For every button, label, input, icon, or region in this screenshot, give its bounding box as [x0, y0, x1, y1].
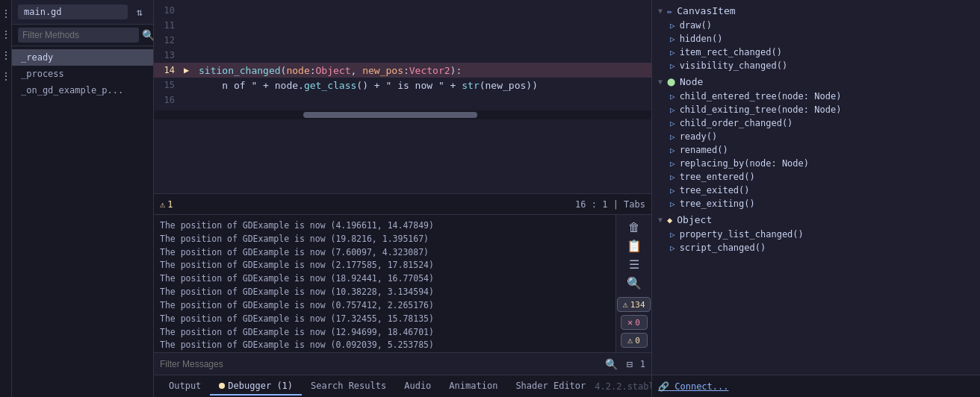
warning-icon: ⚠: [160, 199, 165, 210]
arrow-icon-property-list: ▷: [670, 230, 675, 240]
code-line-12: 12: [154, 33, 651, 48]
node-chevron-icon: ▼: [658, 78, 663, 86]
section-canvasitem: ▼ ✏ CanvasItem ▷ draw() ▷ hidden() ▷ ite…: [652, 3, 980, 72]
arrow-icon-child-exiting: ▷: [670, 105, 675, 115]
node-section-icon: ⬤: [667, 78, 675, 86]
rp-item-script-changed[interactable]: ▷ script_changed(): [652, 241, 980, 254]
filter-search-btn[interactable]: 🔍: [604, 357, 619, 372]
code-line-15: 15 n of " + node.get_class() + " is now …: [154, 78, 651, 93]
canvasitem-section-icon: ✏: [667, 6, 672, 16]
canvasitem-chevron-icon: ▼: [658, 7, 663, 15]
file-name: main.gd: [18, 4, 128, 19]
rp-item-child-entered[interactable]: ▷ child_entered_tree(node: Node): [652, 90, 980, 103]
arrow-icon-child-order: ▷: [670, 119, 675, 128]
code-lines: 10 11 12 13: [154, 0, 651, 110]
tab-debugger[interactable]: Debugger (1): [210, 378, 302, 396]
rp-item-tree-exited[interactable]: ▷ tree_exited(): [652, 184, 980, 197]
rp-item-tree-entered[interactable]: ▷ tree_entered(): [652, 170, 980, 184]
error-icon: ✕: [627, 317, 633, 328]
arrow-icon-tree-entered: ▷: [670, 172, 675, 182]
scrollbar-thumb[interactable]: [303, 112, 477, 118]
tab-right-area: 4.2.2.stable ☰: [595, 381, 651, 392]
filter-messages-input[interactable]: [160, 359, 600, 369]
tab-animation[interactable]: Animation: [440, 378, 506, 396]
output-line-6: The position of GDExample is now (10.382…: [160, 286, 610, 299]
arrow-icon-renamed: ▷: [670, 146, 675, 155]
filter-methods-input[interactable]: [18, 28, 139, 43]
file-header: main.gd ⇅: [12, 0, 153, 25]
section-node-header[interactable]: ▼ ⬤ Node: [652, 74, 980, 90]
method-item-ready[interactable]: _ready: [12, 49, 153, 66]
output-copy-icon[interactable]: 📋: [624, 238, 645, 254]
output-panel: The position of GDExample is now (4.1966…: [154, 214, 651, 375]
rp-item-replacing-by[interactable]: ▷ replacing_by(node: Node): [652, 157, 980, 170]
section-object-header[interactable]: ▼ ◆ Object: [652, 212, 980, 228]
rp-item-property-list[interactable]: ▷ property_list_changed(): [652, 228, 980, 241]
code-line-16: 16: [154, 93, 651, 107]
arrow-icon-child-entered: ▷: [670, 92, 675, 101]
code-position: 16 : 1 | Tabs: [575, 199, 645, 210]
rp-item-child-order[interactable]: ▷ child_order_changed(): [652, 116, 980, 130]
output-content: The position of GDExample is now (4.1966…: [154, 215, 651, 352]
left-tool-icon-2[interactable]: ⋮: [0, 27, 13, 42]
rp-item-hidden[interactable]: ▷ hidden(): [652, 32, 980, 46]
code-line-14: 14 ▶ sition_changed(node:Object, new_pos…: [154, 63, 651, 78]
filter-search-icon[interactable]: 🔍: [142, 28, 155, 43]
right-panel-content[interactable]: ▼ ✏ CanvasItem ▷ draw() ▷ hidden() ▷ ite…: [652, 0, 980, 375]
output-error-badge[interactable]: ✕ 0: [621, 315, 648, 330]
file-settings-icon[interactable]: ⇅: [132, 4, 147, 19]
output-search-icon[interactable]: 🔍: [624, 275, 645, 291]
output-line-4: The position of GDExample is now (2.1775…: [160, 259, 610, 272]
tab-audio[interactable]: Audio: [395, 378, 440, 396]
tab-shader[interactable]: Shader Editor: [506, 378, 595, 396]
left-sidebar: main.gd ⇅ 🔍 _ready _process _on_gd_examp…: [12, 0, 154, 397]
output-text[interactable]: The position of GDExample is now (4.1966…: [154, 215, 615, 352]
section-canvasitem-header[interactable]: ▼ ✏ CanvasItem: [652, 3, 980, 19]
output-clear-icon[interactable]: 🗑: [624, 219, 645, 235]
code-horizontal-scrollbar[interactable]: [154, 110, 651, 119]
arrow-icon-ready: ▷: [670, 132, 675, 142]
info-count: 0: [635, 336, 640, 346]
node-section-label: Node: [680, 76, 703, 87]
rp-item-child-exiting[interactable]: ▷ child_exiting_tree(node: Node): [652, 103, 980, 116]
arrow-icon-tree-exiting: ▷: [670, 199, 675, 209]
method-item-process[interactable]: _process: [12, 66, 153, 82]
object-section-label: Object: [677, 214, 712, 225]
debug-arrow-icon: ▶: [184, 65, 199, 75]
output-line-9: The position of GDExample is now (12.946…: [160, 326, 610, 340]
output-list-icon[interactable]: ☰: [624, 257, 645, 272]
rp-item-ready[interactable]: ▷ ready(): [652, 130, 980, 143]
rp-item-renamed[interactable]: ▷ renamed(): [652, 143, 980, 157]
tab-search[interactable]: Search Results: [302, 378, 395, 396]
far-left-toolbar: ⋮ ⋮ ⋮ ⋮: [0, 0, 12, 397]
code-editor[interactable]: 10 11 12 13: [154, 0, 651, 193]
output-info-badge[interactable]: ⚠ 0: [621, 333, 648, 348]
rp-item-draw[interactable]: ▷ draw(): [652, 19, 980, 32]
left-tool-icon-4[interactable]: ⋮: [0, 69, 13, 84]
info-icon: ⚠: [627, 335, 633, 346]
tab-output[interactable]: Output: [160, 378, 210, 396]
bottom-tabbar: Output Debugger (1) Search Results Audio…: [154, 375, 651, 397]
object-chevron-icon: ▼: [658, 216, 663, 224]
right-bottom-bar: 🔗 Connect...: [652, 375, 980, 397]
code-warning-badge: ⚠ 1: [160, 199, 173, 210]
canvasitem-section-label: CanvasItem: [677, 5, 735, 16]
filter-row: 🔍: [12, 25, 153, 46]
left-tool-icon-3[interactable]: ⋮: [0, 48, 13, 63]
output-line-2: The position of GDExample is now (19.821…: [160, 233, 610, 246]
arrow-icon-replacing: ▷: [670, 159, 675, 169]
rp-item-visibility-changed[interactable]: ▷ visibility_changed(): [652, 59, 980, 72]
warning-count: 1: [167, 199, 173, 210]
rp-item-tree-exiting[interactable]: ▷ tree_exiting(): [652, 197, 980, 210]
output-line-10: The position of GDExample is now (0.0920…: [160, 339, 610, 352]
output-line-1: The position of GDExample is now (4.1966…: [160, 219, 610, 233]
right-panel: ▼ ✏ CanvasItem ▷ draw() ▷ hidden() ▷ ite…: [651, 0, 980, 397]
arrow-icon-script-changed: ▷: [670, 243, 675, 253]
error-count: 0: [635, 318, 640, 328]
connect-link[interactable]: 🔗 Connect...: [658, 381, 728, 392]
left-tool-icon-1[interactable]: ⋮: [0, 6, 13, 21]
method-item-on-gd[interactable]: _on_gd_example_p...: [12, 82, 153, 99]
filter-sort-btn[interactable]: ⊟: [622, 357, 637, 372]
rp-item-item-rect-changed[interactable]: ▷ item_rect_changed(): [652, 46, 980, 59]
output-warn-badge[interactable]: ⚠ 134: [617, 297, 650, 312]
